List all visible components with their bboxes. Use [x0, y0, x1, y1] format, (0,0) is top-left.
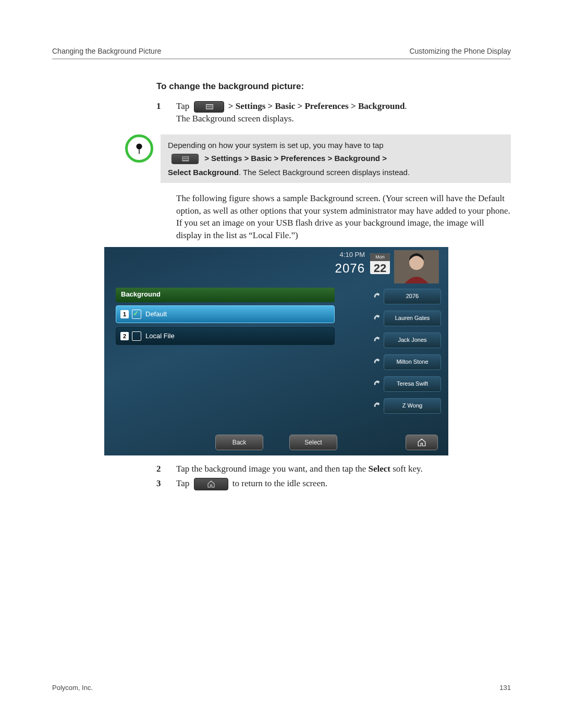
contact-button[interactable]: 2076 — [384, 289, 441, 304]
screen-title: Background — [116, 288, 335, 302]
list-label: Default — [145, 310, 167, 319]
note-bold2: Select Background — [168, 168, 239, 177]
line-key-icon — [373, 335, 382, 344]
home-icon — [194, 478, 228, 490]
phone-time: 4:10 PM — [335, 250, 365, 260]
calendar-widget[interactable]: Mon 22 — [370, 253, 390, 274]
contact-button[interactable]: Jack Jones — [384, 332, 441, 348]
note-rest: . The Select Background screen displays … — [239, 168, 410, 177]
list-item[interactable]: 2Local File — [116, 327, 335, 345]
contact-button[interactable]: Lauren Gates — [384, 311, 441, 326]
contact-label: 2076 — [406, 292, 419, 300]
calendar-dow: Mon — [370, 253, 390, 261]
contact-label: Milton Stone — [396, 358, 428, 366]
step-3-post: to return to the idle screen. — [232, 478, 327, 488]
back-softkey[interactable]: Back — [215, 435, 263, 450]
step-1-result: The Background screen displays. — [176, 113, 511, 125]
line-key-icon — [373, 313, 382, 323]
step-1-period: . — [405, 101, 407, 111]
menu-icon — [172, 154, 199, 164]
line-key-icon — [373, 401, 382, 410]
step-2-number: 2 — [156, 463, 176, 475]
step-2-pre: Tap the background image you want, and t… — [176, 464, 368, 474]
contact-label: Lauren Gates — [395, 314, 430, 322]
step-3-number: 3 — [156, 477, 176, 490]
home-softkey[interactable] — [406, 435, 438, 450]
line-key-icon — [373, 379, 382, 388]
step-1-number: 1 — [156, 100, 176, 125]
checkbox-icon — [132, 310, 141, 319]
list-item[interactable]: 1Default — [116, 305, 335, 323]
step-2-post: soft key. — [390, 464, 423, 474]
contact-label: Z Wong — [402, 402, 422, 410]
section-title: To change the background picture: — [156, 80, 511, 93]
note-path: > Settings > Basic > Preferences > Backg… — [204, 154, 387, 163]
contact-label: Jack Jones — [398, 336, 426, 344]
phone-extension: 2076 — [335, 260, 365, 277]
note-box: Depending on how your system is set up, … — [161, 134, 511, 183]
header-right: Customizing the Phone Display — [409, 47, 511, 55]
checkbox-icon — [132, 331, 141, 341]
list-index: 2 — [120, 332, 129, 340]
menu-icon — [194, 101, 224, 113]
line-key-icon — [373, 357, 382, 366]
step-2-bold: Select — [368, 464, 390, 474]
calendar-date: 22 — [370, 261, 390, 274]
contact-label: Teresa Swift — [397, 380, 428, 388]
step-3-tap: Tap — [176, 478, 189, 488]
contact-button[interactable]: Milton Stone — [384, 354, 441, 370]
list-label: Local File — [145, 331, 175, 341]
note-line1: Depending on how your system is set up, … — [168, 140, 504, 151]
avatar — [394, 250, 439, 283]
phone-screenshot: 4:10 PM 2076 Mon 22 Background 1Default2… — [104, 247, 448, 455]
figure-description: The following figure shows a sample Back… — [176, 192, 511, 242]
footer-company: Polycom, Inc. — [52, 684, 93, 692]
list-index: 1 — [120, 310, 129, 318]
step-1-path: > Settings > Basic > Preferences > Backg… — [228, 101, 405, 111]
step-1-tap: Tap — [176, 101, 189, 111]
pin-icon — [125, 134, 153, 163]
contact-button[interactable]: Z Wong — [384, 398, 441, 414]
header-left: Changing the Background Picture — [52, 47, 161, 55]
line-key-icon — [373, 291, 382, 301]
contact-button[interactable]: Teresa Swift — [384, 376, 441, 392]
select-softkey[interactable]: Select — [289, 435, 337, 450]
page-number: 131 — [499, 684, 511, 692]
svg-rect-1 — [139, 148, 140, 154]
